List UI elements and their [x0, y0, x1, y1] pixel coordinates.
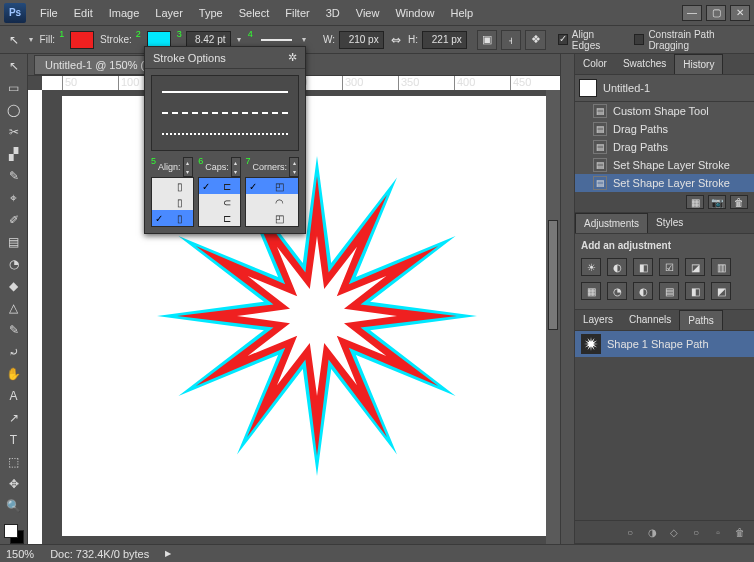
- paths-foot-icon[interactable]: ○: [622, 525, 638, 539]
- tool-preset-dropdown[interactable]: ▾: [26, 35, 35, 44]
- adjustment-preset[interactable]: ◪: [685, 258, 705, 276]
- stroke-style-sample[interactable]: [261, 39, 292, 41]
- paths-foot-icon[interactable]: ○: [688, 525, 704, 539]
- canvas[interactable]: [62, 96, 560, 536]
- caps-stepper[interactable]: ▴▾: [231, 157, 241, 177]
- width-field[interactable]: 210 px: [339, 31, 384, 49]
- close-button[interactable]: ✕: [730, 5, 750, 21]
- path-ops-button-2[interactable]: ⫞: [501, 30, 521, 50]
- menu-edit[interactable]: Edit: [66, 3, 101, 23]
- tab-layers[interactable]: Layers: [575, 310, 621, 330]
- acc-option[interactable]: ▯: [152, 194, 193, 210]
- stroke-style-dropdown[interactable]: ▾: [300, 35, 309, 44]
- zoom-value[interactable]: 150%: [6, 548, 34, 560]
- tool-2[interactable]: ◯: [3, 100, 25, 120]
- tool-6[interactable]: ⌖: [3, 188, 25, 208]
- corners-stepper[interactable]: ▴▾: [289, 157, 299, 177]
- constrain-checkbox[interactable]: Constrain Path Dragging: [634, 29, 748, 51]
- tab-color[interactable]: Color: [575, 54, 615, 74]
- link-wh-icon[interactable]: ⇔: [388, 31, 404, 49]
- acc-option[interactable]: ▯: [152, 178, 193, 194]
- paths-foot-icon[interactable]: ▫: [710, 525, 726, 539]
- adjustment-preset[interactable]: ▤: [659, 282, 679, 300]
- tool-12[interactable]: ✎: [3, 320, 25, 340]
- tool-0[interactable]: ↖: [3, 56, 25, 76]
- tool-15[interactable]: A: [3, 386, 25, 406]
- align-stepper[interactable]: ▴▾: [183, 157, 193, 177]
- menu-type[interactable]: Type: [191, 3, 231, 23]
- history-item[interactable]: ▤Drag Paths: [575, 138, 754, 156]
- menu-select[interactable]: Select: [231, 3, 278, 23]
- adjustment-preset[interactable]: ◐: [607, 258, 627, 276]
- fg-bg-swatch[interactable]: [4, 524, 24, 544]
- menu-layer[interactable]: Layer: [147, 3, 191, 23]
- tool-18[interactable]: ⬚: [3, 452, 25, 472]
- tab-paths[interactable]: Paths: [679, 310, 723, 330]
- menu-help[interactable]: Help: [443, 3, 482, 23]
- minimize-button[interactable]: —: [682, 5, 702, 21]
- history-trash-icon[interactable]: 🗑: [730, 195, 748, 209]
- stroke-dotted[interactable]: [162, 133, 288, 135]
- acc-option[interactable]: ⊂: [199, 194, 240, 210]
- paths-foot-icon[interactable]: ◇: [666, 525, 682, 539]
- tool-19[interactable]: ✥: [3, 474, 25, 494]
- adjustment-preset[interactable]: ◧: [633, 258, 653, 276]
- adjustment-preset[interactable]: ▦: [581, 282, 601, 300]
- adjustment-preset[interactable]: ◔: [607, 282, 627, 300]
- tool-16[interactable]: ↗: [3, 408, 25, 428]
- tab-history[interactable]: History: [674, 54, 723, 74]
- panel-dock-tabs[interactable]: [560, 54, 574, 544]
- tool-9[interactable]: ◔: [3, 254, 25, 274]
- tab-styles[interactable]: Styles: [648, 213, 691, 233]
- tool-3[interactable]: ✂: [3, 122, 25, 142]
- stroke-dashed[interactable]: [162, 112, 288, 114]
- acc-option[interactable]: ✓◰: [246, 178, 298, 194]
- history-item[interactable]: ▤Set Shape Layer Stroke: [575, 174, 754, 192]
- menu-window[interactable]: Window: [387, 3, 442, 23]
- history-item[interactable]: ▤Set Shape Layer Stroke: [575, 156, 754, 174]
- height-field[interactable]: 221 px: [422, 31, 467, 49]
- menu-image[interactable]: Image: [101, 3, 148, 23]
- align-edges-checkbox[interactable]: Align Edges: [558, 29, 621, 51]
- path-select-icon[interactable]: ↖: [6, 31, 22, 49]
- tool-4[interactable]: ▞: [3, 144, 25, 164]
- menu-3d[interactable]: 3D: [318, 3, 348, 23]
- history-snapshot-icon[interactable]: ▦: [686, 195, 704, 209]
- path-row[interactable]: Shape 1 Shape Path: [575, 331, 754, 357]
- doc-info-caret[interactable]: ▶: [165, 549, 171, 558]
- popover-gear-icon[interactable]: ✲: [288, 51, 297, 64]
- tool-14[interactable]: ✋: [3, 364, 25, 384]
- acc-option[interactable]: ✓▯: [152, 210, 193, 226]
- tab-channels[interactable]: Channels: [621, 310, 679, 330]
- tool-11[interactable]: △: [3, 298, 25, 318]
- tool-8[interactable]: ▤: [3, 232, 25, 252]
- menu-view[interactable]: View: [348, 3, 388, 23]
- history-doc-row[interactable]: Untitled-1: [575, 75, 754, 102]
- tool-10[interactable]: ◆: [3, 276, 25, 296]
- menu-file[interactable]: File: [32, 3, 66, 23]
- stroke-width-dropdown[interactable]: ▾: [235, 35, 244, 44]
- tool-20[interactable]: 🔍: [3, 496, 25, 516]
- history-camera-icon[interactable]: 📷: [708, 195, 726, 209]
- adjustment-preset[interactable]: ◧: [685, 282, 705, 300]
- history-item[interactable]: ▤Custom Shape Tool: [575, 102, 754, 120]
- tool-1[interactable]: ▭: [3, 78, 25, 98]
- stroke-solid[interactable]: [162, 91, 288, 93]
- adjustment-preset[interactable]: ▥: [711, 258, 731, 276]
- adjustment-preset[interactable]: ◐: [633, 282, 653, 300]
- adjustment-preset[interactable]: ☑: [659, 258, 679, 276]
- tab-adjustments[interactable]: Adjustments: [575, 213, 648, 233]
- paths-trash-icon[interactable]: 🗑: [732, 525, 748, 539]
- tool-13[interactable]: ⤾: [3, 342, 25, 362]
- tool-5[interactable]: ✎: [3, 166, 25, 186]
- menu-filter[interactable]: Filter: [277, 3, 317, 23]
- acc-option[interactable]: ✓⊏: [199, 178, 240, 194]
- path-arrange-button[interactable]: ❖: [525, 30, 545, 50]
- acc-option[interactable]: ⊏: [199, 210, 240, 226]
- tool-17[interactable]: T: [3, 430, 25, 450]
- tool-7[interactable]: ✐: [3, 210, 25, 230]
- fill-swatch[interactable]: [70, 31, 94, 49]
- history-item[interactable]: ▤Drag Paths: [575, 120, 754, 138]
- ruler-vertical[interactable]: [28, 90, 42, 544]
- scrollbar-thumb[interactable]: [548, 220, 558, 330]
